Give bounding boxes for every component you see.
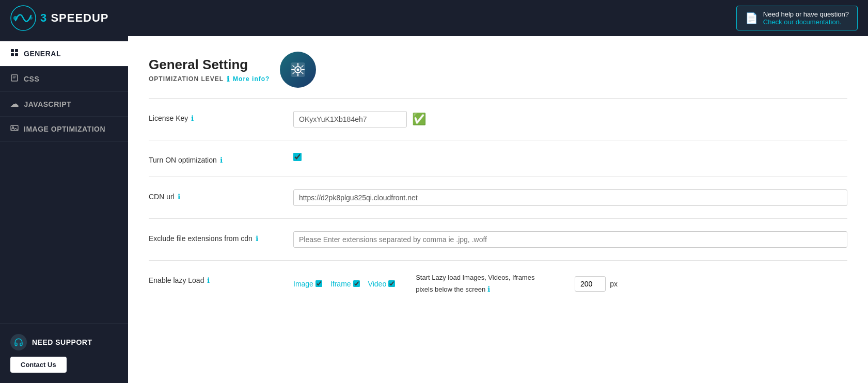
main-content: General Setting OPTIMIZATION LEVEL ℹ Mor…: [128, 36, 868, 383]
lazy-desc-info-icon: ℹ: [487, 284, 490, 295]
support-label: NEED SUPPORT: [32, 338, 92, 346]
cdn-url-control: [293, 189, 847, 206]
sidebar-item-general[interactable]: GENERAL: [0, 41, 128, 67]
help-text: Need help or have question?: [763, 10, 849, 18]
sidebar-item-javascript[interactable]: ☁ JAVASCRIPT: [0, 92, 128, 117]
px-unit-label: px: [610, 280, 618, 288]
subtitle-info-icon: ℹ: [227, 75, 230, 83]
page-title: General Setting: [149, 57, 270, 73]
sidebar: GENERAL CSS ☁ JAVASCRIPT IMAGE OPTIMIZAT…: [0, 36, 128, 383]
exclude-extensions-label: Exclude file extensions from cdn ℹ: [149, 231, 283, 243]
cdn-url-input[interactable]: [293, 189, 847, 206]
logo: 3 SPEEDUP: [10, 5, 109, 31]
support-header: NEED SUPPORT: [10, 334, 118, 350]
lazy-pixels-group: Start Lazy load Images, Videos, Iframes …: [416, 273, 618, 295]
subtitle: OPTIMIZATION LEVEL ℹ More info?: [149, 75, 270, 83]
svg-rect-5: [11, 53, 14, 56]
app-header: 3 SPEEDUP 📄 Need help or have question? …: [0, 0, 868, 36]
license-key-input[interactable]: [293, 111, 407, 127]
image-opt-icon: [10, 124, 19, 134]
logo-icon: [10, 5, 36, 31]
optimization-info-icon: ℹ: [220, 156, 223, 164]
svg-rect-6: [15, 53, 18, 56]
cdn-url-section: CDN url ℹ: [149, 177, 847, 218]
lazy-load-section: Enable lazy Load ℹ Image Iframe Video: [149, 260, 847, 307]
lazy-desc: Start Lazy load Images, Videos, Iframes …: [416, 273, 571, 295]
content-header: General Setting OPTIMIZATION LEVEL ℹ Mor…: [149, 52, 847, 88]
title-block: General Setting OPTIMIZATION LEVEL ℹ Mor…: [149, 57, 270, 83]
svg-rect-4: [15, 49, 18, 52]
lazy-iframe-checkbox[interactable]: [353, 280, 360, 287]
license-key-label: License Key ℹ: [149, 111, 283, 122]
headphone-icon: [10, 334, 27, 350]
cdn-info-icon: ℹ: [178, 193, 180, 201]
license-info-icon: ℹ: [191, 114, 194, 122]
svg-point-1: [13, 16, 18, 20]
sidebar-label-javascript: JAVASCRIPT: [24, 100, 72, 108]
optimization-control: [293, 153, 847, 161]
general-icon: [10, 49, 19, 59]
lazy-load-options: Image Iframe Video: [293, 280, 395, 288]
svg-point-2: [29, 17, 33, 20]
sidebar-item-image-optimization[interactable]: IMAGE OPTIMIZATION: [0, 117, 128, 142]
sidebar-item-css[interactable]: CSS: [0, 67, 128, 92]
lazy-load-info-icon: ℹ: [207, 276, 210, 284]
lazy-iframe-label[interactable]: Iframe: [330, 280, 360, 288]
exclude-extensions-control: [293, 231, 847, 248]
doc-link[interactable]: Check our documentation.: [763, 18, 842, 26]
css-icon: [10, 74, 19, 84]
cdn-url-label: CDN url ℹ: [149, 189, 283, 201]
optimization-checkbox-wrap: [293, 153, 302, 161]
svg-point-12: [297, 69, 299, 71]
optimization-icon-circle: [280, 52, 316, 88]
lazy-video-label[interactable]: Video: [368, 280, 396, 288]
sidebar-label-general: GENERAL: [24, 50, 61, 58]
javascript-icon: ☁: [10, 99, 19, 109]
logo-text: 3 SPEEDUP: [40, 11, 109, 25]
sidebar-nav: GENERAL CSS ☁ JAVASCRIPT IMAGE OPTIMIZAT…: [0, 41, 128, 323]
license-key-control: ✅: [293, 111, 847, 127]
sidebar-label-css: CSS: [24, 75, 39, 83]
license-valid-icon: ✅: [412, 113, 426, 126]
exclude-extensions-section: Exclude file extensions from cdn ℹ: [149, 218, 847, 260]
lazy-image-checkbox[interactable]: [315, 280, 322, 287]
help-banner: 📄 Need help or have question? Check our …: [736, 6, 858, 30]
optimization-checkbox[interactable]: [293, 153, 302, 161]
optimization-label: Turn ON optimization ℹ: [149, 153, 283, 164]
sidebar-label-image-opt: IMAGE OPTIMIZATION: [24, 125, 105, 133]
more-info-link[interactable]: More info?: [233, 75, 270, 83]
lazy-load-control: Image Iframe Video Start Lazy load Image…: [293, 273, 847, 295]
settings-icon: [289, 60, 307, 79]
lazy-image-label[interactable]: Image: [293, 280, 322, 288]
lazy-video-checkbox[interactable]: [388, 280, 395, 287]
exclude-info-icon: ℹ: [256, 234, 258, 243]
lazy-pixels-input[interactable]: [575, 276, 606, 292]
svg-rect-3: [11, 49, 14, 52]
license-key-section: License Key ℹ ✅: [149, 98, 847, 140]
contact-us-button[interactable]: Contact Us: [10, 357, 67, 373]
exclude-extensions-input[interactable]: [293, 231, 847, 248]
document-icon: 📄: [745, 12, 758, 24]
optimization-toggle-section: Turn ON optimization ℹ: [149, 140, 847, 177]
main-layout: GENERAL CSS ☁ JAVASCRIPT IMAGE OPTIMIZAT…: [0, 36, 868, 383]
lazy-load-label: Enable lazy Load ℹ: [149, 273, 283, 284]
sidebar-support: NEED SUPPORT Contact Us: [0, 323, 128, 383]
